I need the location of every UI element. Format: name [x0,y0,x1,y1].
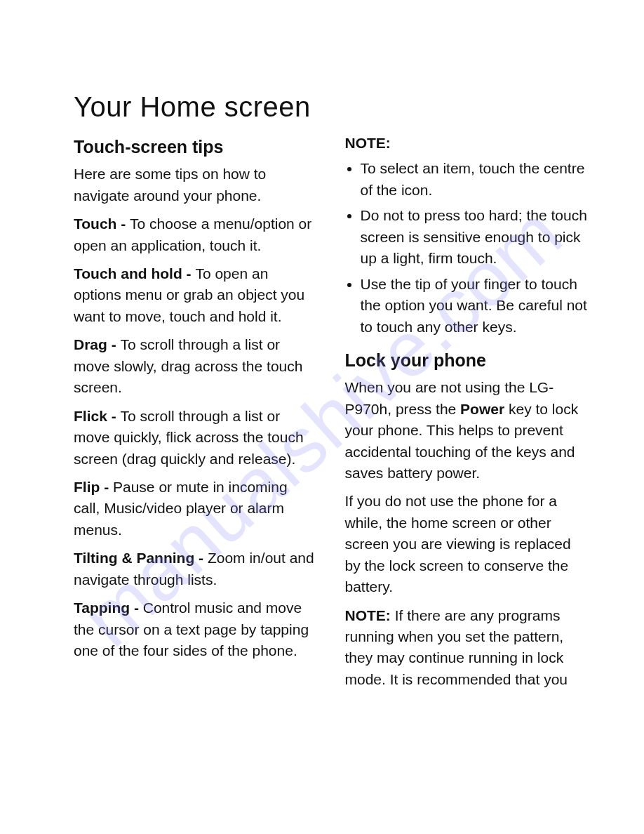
tip-term: Flick - [74,408,121,424]
list-item: Use the tip of your finger to touch the … [361,274,589,338]
note-list: To select an item, touch the centre of t… [345,158,589,338]
tip-tilting: Tilting & Panning - Zoom in/out and navi… [74,548,317,590]
tip-term: Tilting & Panning - [74,550,208,566]
lock-paragraph-3: NOTE: If there are any programs running … [345,605,589,691]
list-item: Do not to press too hard; the touch scre… [361,205,589,269]
right-column: NOTE: To select an item, touch the centr… [345,133,589,697]
note-label: NOTE: [345,133,589,154]
touch-tips-heading: Touch-screen tips [74,134,317,159]
lock-paragraph-1: When you are not using the LG-P970h, pre… [345,377,589,484]
tip-term: Touch and hold - [74,265,195,282]
tip-term: Flip - [74,479,113,495]
tip-term: Touch - [74,216,130,232]
tip-touch-hold: Touch and hold - To open an options menu… [74,263,317,327]
left-column: Touch-screen tips Here are some tips on … [74,133,317,697]
power-key-label: Power [460,401,504,417]
tip-flick: Flick - To scroll through a list or move… [74,406,317,470]
tip-term: Tapping - [74,600,143,616]
note-inline-label: NOTE: [345,607,391,623]
tip-flip: Flip - Pause or mute in incoming call, M… [74,477,317,541]
tip-drag: Drag - To scroll through a list or move … [74,334,317,398]
tip-term: Drag - [74,336,121,352]
page-title: Your Home screen [74,91,588,123]
intro-paragraph: Here are some tips on how to navigate ar… [74,164,317,206]
two-column-layout: Touch-screen tips Here are some tips on … [74,133,588,697]
lock-phone-heading: Lock your phone [345,348,589,373]
lock-paragraph-2: If you do not use the phone for a while,… [345,491,589,597]
list-item: To select an item, touch the centre of t… [361,158,589,201]
tip-touch: Touch - To choose a menu/option or open … [74,213,317,256]
tip-tapping: Tapping - Control music and move the cur… [74,597,317,661]
